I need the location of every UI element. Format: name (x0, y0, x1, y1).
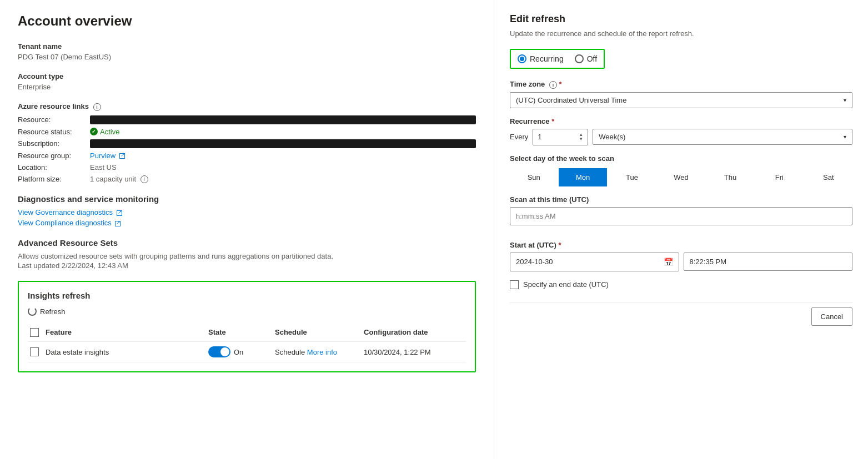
state-cell: On (208, 346, 275, 357)
resource-value-redacted (90, 115, 476, 124)
toggle-knob (220, 347, 229, 356)
left-panel: Account overview Tenant name PDG Test 07… (0, 0, 494, 459)
days-selector-label: Select day of the week to scan (510, 154, 852, 163)
resource-row: Resource: (18, 115, 476, 124)
status-check-icon (90, 128, 98, 135)
governance-diagnostics-link[interactable]: View Governance diagnostics (18, 208, 113, 216)
refresh-button[interactable]: Refresh (28, 307, 66, 316)
diagnostics-section: Diagnostics and service monitoring View … (18, 194, 476, 227)
header-checkbox[interactable] (30, 328, 39, 337)
recurrence-number-input[interactable]: 1 ▲ ▼ (533, 129, 588, 145)
edit-refresh-subtitle: Update the recurrence and schedule of th… (510, 29, 852, 38)
day-sat[interactable]: Sat (805, 168, 852, 186)
insights-refresh-section: Insights refresh Refresh Feature State S… (18, 281, 476, 372)
timezone-select[interactable]: (UTC) Coordinated Universal Time ▾ (510, 92, 852, 108)
account-type-label: Account type (18, 72, 476, 80)
spinner-down-btn[interactable]: ▼ (579, 137, 583, 142)
more-info-link[interactable]: More info (307, 348, 337, 356)
compliance-external-icon (115, 221, 121, 226)
col-feature-header: Feature (46, 328, 208, 337)
end-date-checkbox[interactable] (510, 280, 519, 289)
resource-group-link[interactable]: Purview (90, 152, 476, 160)
advanced-resource-sets-desc: Allows customized resource sets with gro… (18, 252, 476, 260)
spinner-buttons: ▲ ▼ (579, 133, 583, 142)
state-toggle[interactable] (208, 346, 230, 357)
config-date-cell: 10/30/2024, 1:22 PM (364, 348, 464, 356)
day-wed[interactable]: Wed (657, 168, 705, 186)
scan-time-input[interactable] (510, 207, 852, 225)
end-date-row: Specify an end date (UTC) (510, 280, 852, 289)
day-fri[interactable]: Fri (755, 168, 803, 186)
recurrence-radio-group: Recurring Off (510, 49, 605, 69)
period-chevron-icon: ▾ (844, 134, 846, 140)
refresh-icon (28, 307, 37, 316)
recurrence-section: Recurrence Every 1 ▲ ▼ Week(s) ▾ (510, 117, 852, 145)
platform-size-field-label: Platform size: (18, 175, 90, 183)
advanced-resource-sets-section: Advanced Resource Sets Allows customized… (18, 238, 476, 270)
tenant-section: Tenant name PDG Test 07 (Demo EastUS) (18, 42, 476, 61)
scan-time-label: Scan at this time (UTC) (510, 195, 852, 204)
table-row: Data estate insights On Schedule More in… (28, 342, 466, 362)
timezone-info-icon[interactable]: i (549, 81, 557, 89)
azure-resource-section: Azure resource links i Resource: Resourc… (18, 102, 476, 183)
day-mon[interactable]: Mon (559, 168, 606, 186)
platform-size-value: 1 capacity unit i (90, 175, 476, 184)
period-select[interactable]: Week(s) ▾ (593, 129, 852, 145)
info-icon[interactable]: i (93, 103, 101, 111)
account-type-value: Enterprise (18, 83, 476, 91)
resource-status-value: Active (90, 128, 476, 136)
edit-refresh-title: Edit refresh (510, 13, 852, 25)
start-date-input[interactable]: 2024-10-30 📅 (510, 253, 679, 271)
resource-status-row: Resource status: Active (18, 128, 476, 136)
col-config-date-header: Configuration date (364, 328, 464, 337)
off-option[interactable]: Off (575, 54, 597, 63)
advanced-resource-sets-title: Advanced Resource Sets (18, 238, 476, 248)
col-state-header: State (208, 328, 275, 337)
advanced-resource-sets-updated: Last updated 2/22/2024, 12:43 AM (18, 261, 476, 270)
recurring-label: Recurring (530, 54, 564, 63)
off-radio-btn[interactable] (575, 54, 584, 63)
platform-size-row: Platform size: 1 capacity unit i (18, 175, 476, 184)
start-at-label: Start at (UTC) (510, 241, 852, 249)
resource-field-label: Resource: (18, 115, 90, 124)
day-thu[interactable]: Thu (706, 168, 754, 186)
off-label: Off (587, 54, 597, 63)
recurrence-row: Every 1 ▲ ▼ Week(s) ▾ (510, 129, 852, 145)
calendar-icon: 📅 (664, 258, 673, 266)
days-selector: Select day of the week to scan Sun Mon T… (510, 154, 852, 186)
col-schedule-header: Schedule (275, 328, 364, 337)
row-checkbox-cell[interactable] (30, 347, 46, 356)
table-header: Feature State Schedule Configuration dat… (28, 324, 466, 342)
start-at-row: 2024-10-30 📅 8:22:35 PM (510, 253, 852, 271)
scan-time-section: Scan at this time (UTC) (510, 195, 852, 234)
col-checkbox-header (30, 328, 46, 337)
timezone-label: Time zone i (510, 80, 852, 89)
cancel-button[interactable]: Cancel (811, 307, 852, 326)
recurring-option[interactable]: Recurring (518, 54, 564, 63)
day-tue[interactable]: Tue (608, 168, 656, 186)
every-label: Every (510, 133, 528, 141)
page-title: Account overview (18, 13, 476, 29)
subscription-value-redacted (90, 139, 476, 148)
account-type-section: Account type Enterprise (18, 72, 476, 91)
recurrence-label: Recurrence (510, 117, 852, 125)
platform-info-icon[interactable]: i (141, 175, 148, 183)
governance-external-icon (117, 210, 122, 216)
timezone-section: Time zone i (UTC) Coordinated Universal … (510, 80, 852, 108)
day-sun[interactable]: Sun (510, 168, 558, 186)
diagnostics-title: Diagnostics and service monitoring (18, 194, 476, 204)
actions-row: Cancel (510, 302, 852, 326)
subscription-row: Subscription: (18, 139, 476, 148)
tenant-value: PDG Test 07 (Demo EastUS) (18, 53, 476, 61)
resource-status-field-label: Resource status: (18, 128, 90, 136)
recurring-radio-btn[interactable] (518, 54, 526, 63)
location-value: East US (90, 163, 476, 172)
insights-refresh-title: Insights refresh (28, 291, 466, 300)
row-checkbox[interactable] (30, 347, 39, 356)
location-row: Location: East US (18, 163, 476, 172)
schedule-cell: Schedule More info (275, 348, 364, 356)
compliance-diagnostics-link[interactable]: View Compliance diagnostics (18, 219, 112, 227)
start-time-input[interactable]: 8:22:35 PM (684, 253, 853, 271)
resource-group-field-label: Resource group: (18, 152, 90, 160)
azure-resource-label: Azure resource links i (18, 102, 476, 111)
